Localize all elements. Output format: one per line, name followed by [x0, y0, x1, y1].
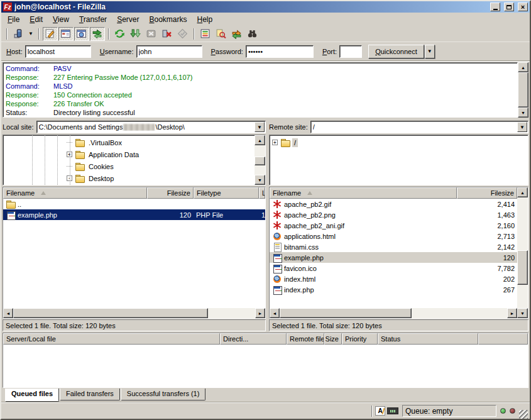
scroll-thumb[interactable]	[13, 308, 208, 318]
log-vertical-scrollbar[interactable]: ▲ ▼	[518, 62, 528, 118]
log-line: Response:227 Entering Passive Mode (127,…	[6, 73, 517, 82]
scroll-up-icon[interactable]: ▲	[517, 187, 528, 197]
menu-help[interactable]: Help	[192, 13, 218, 26]
queue-list[interactable]	[3, 345, 528, 387]
remote-file-list[interactable]: apache_pb2.gif 2,414 apache_pb2.png 1,46…	[270, 199, 517, 308]
remote-tree-icon	[76, 28, 87, 39]
remote-list-vertical-scrollbar[interactable]: ▲ ▼	[517, 187, 528, 318]
directory-comparison-button[interactable]	[214, 27, 229, 41]
scroll-thumb[interactable]	[255, 157, 265, 165]
close-button[interactable]: ×	[518, 3, 528, 11]
file-row[interactable]: apache_pb2_ani.gif 2,160	[270, 220, 517, 231]
scroll-thumb[interactable]	[280, 308, 412, 318]
synchronized-browsing-button[interactable]	[229, 27, 244, 41]
column-header-last-modified[interactable]: Last modified	[259, 187, 265, 199]
chevron-down-icon[interactable]: ▼	[255, 122, 265, 132]
column-header-direction[interactable]: Directi...	[220, 333, 287, 345]
toggle-remote-tree-button[interactable]	[74, 27, 89, 41]
remote-site-pane: Remote site: / ▼ + /	[269, 120, 528, 185]
file-row[interactable]: apache_pb2.gif 2,414	[270, 199, 517, 209]
filter-button[interactable]	[198, 27, 213, 41]
port-input[interactable]	[339, 45, 362, 58]
file-row-parent-dir[interactable]: ..	[3, 199, 265, 209]
host-input[interactable]	[25, 45, 91, 58]
menu-transfer[interactable]: Transfer	[74, 13, 112, 26]
tab-failed-transfers[interactable]: Failed transfers	[60, 389, 120, 401]
refresh-button[interactable]	[112, 27, 128, 41]
expand-icon[interactable]: +	[272, 140, 278, 145]
file-row[interactable]: index.php 267	[270, 284, 517, 295]
tree-item-application-data[interactable]: + Application Data	[3, 148, 255, 160]
quickconnect-dropdown-icon[interactable]: ▼	[425, 45, 435, 58]
file-row[interactable]: bitnami.css 2,142	[270, 241, 517, 252]
ascii-data-type-icon[interactable]: A	[375, 406, 385, 416]
filezilla-logo-icon: Fz	[3, 3, 12, 11]
password-input[interactable]	[246, 45, 314, 58]
column-header-filesize[interactable]: Filesize	[147, 187, 194, 199]
tab-successful-transfers[interactable]: Successful transfers (1)	[121, 389, 206, 401]
tab-queued-files[interactable]: Queued files	[5, 389, 59, 402]
scroll-left-icon[interactable]: ◄	[270, 308, 280, 318]
local-list-horizontal-scrollbar[interactable]: ◄ ►	[3, 308, 265, 318]
scroll-thumb[interactable]	[518, 72, 528, 108]
file-row[interactable]: favicon.ico 7,782	[270, 263, 517, 274]
site-manager-dropdown-icon[interactable]: ▼	[26, 31, 35, 36]
tree-item-root[interactable]: + /	[270, 136, 528, 148]
column-header-server-local-file[interactable]: Server/Local file	[3, 333, 220, 345]
local-file-list[interactable]: .. example.php 120 PHP File 1	[3, 199, 265, 308]
scroll-right-icon[interactable]: ►	[507, 308, 517, 318]
username-input[interactable]	[136, 45, 202, 58]
toggle-local-tree-button[interactable]	[58, 27, 74, 41]
tree-item-virtualbox[interactable]: .VirtualBox	[3, 136, 255, 148]
scroll-down-icon[interactable]: ▼	[518, 108, 528, 118]
tree-item-cookies[interactable]: Cookies	[3, 160, 255, 172]
local-site-combobox[interactable]: C:\Documents and Settings\Desktop\ ▼	[36, 121, 266, 133]
menu-file[interactable]: File	[3, 13, 25, 26]
column-header-filetype[interactable]: Filetype	[194, 187, 259, 199]
column-header-status[interactable]: Status	[378, 333, 478, 345]
scroll-up-icon[interactable]: ▲	[518, 62, 528, 72]
menu-edit[interactable]: Edit	[25, 13, 48, 26]
resize-grip[interactable]	[519, 410, 528, 419]
column-header-filesize[interactable]: Filesize	[457, 187, 517, 199]
find-files-button[interactable]	[245, 27, 260, 41]
scroll-down-icon[interactable]: ▼	[517, 308, 528, 318]
local-directory-tree[interactable]: .VirtualBox + Application Data Cookies -	[3, 135, 255, 185]
minimize-button[interactable]	[490, 3, 500, 11]
file-row-example-php[interactable]: example.php 120	[270, 252, 517, 263]
scroll-left-icon[interactable]: ◄	[3, 308, 13, 318]
site-manager-button[interactable]	[11, 27, 26, 41]
remote-site-combobox[interactable]: / ▼	[310, 121, 528, 133]
menu-view[interactable]: View	[48, 13, 74, 26]
toggle-message-log-button[interactable]	[43, 27, 58, 41]
file-row[interactable]: index.html 202	[270, 274, 517, 284]
encryption-indicator-icon[interactable]	[387, 407, 398, 414]
file-row[interactable]: applications.html 2,713	[270, 231, 517, 241]
remote-list-horizontal-scrollbar[interactable]: ◄ ►	[270, 308, 517, 318]
reconnect-button[interactable]	[175, 27, 190, 41]
file-row[interactable]: apache_pb2.png 1,463	[270, 209, 517, 220]
column-header-size[interactable]: Size	[324, 333, 342, 345]
local-site-label: Local site:	[3, 123, 34, 131]
column-header-remote-file[interactable]: Remote file	[287, 333, 324, 345]
scroll-right-icon[interactable]: ►	[255, 308, 265, 318]
menu-bookmarks[interactable]: Bookmarks	[144, 13, 192, 26]
scroll-thumb[interactable]	[517, 250, 528, 285]
remote-directory-tree[interactable]: + /	[270, 135, 528, 185]
file-row-example-php[interactable]: example.php 120 PHP File 1	[3, 209, 265, 220]
maximize-button[interactable]	[504, 3, 514, 11]
toggle-queue-button[interactable]	[90, 27, 105, 41]
tree-item-desktop[interactable]: - Desktop	[3, 172, 255, 184]
menu-server[interactable]: Server	[112, 13, 144, 26]
quickconnect-button[interactable]: Quickconnect	[368, 45, 424, 58]
column-header-priority[interactable]: Priority	[342, 333, 378, 345]
column-header-filename[interactable]: Filename	[270, 187, 457, 199]
disconnect-button[interactable]	[160, 27, 175, 41]
local-tree-vertical-scrollbar[interactable]: ▲ ▼	[255, 135, 265, 185]
cancel-button[interactable]	[144, 27, 159, 41]
process-queue-button[interactable]	[128, 27, 143, 41]
scroll-up-icon[interactable]: ▲	[255, 135, 265, 145]
scroll-down-icon[interactable]: ▼	[255, 175, 265, 185]
chevron-down-icon[interactable]: ▼	[517, 122, 527, 132]
column-header-filename[interactable]: Filename	[3, 187, 147, 199]
